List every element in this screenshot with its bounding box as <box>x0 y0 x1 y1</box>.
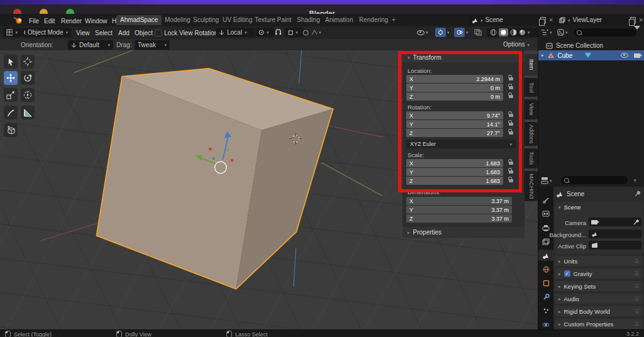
dimensions-y-field[interactable]: Y 3.37 m <box>406 206 512 214</box>
object-type-visibility-selector[interactable]: ▾ <box>417 28 428 37</box>
hide-in-viewport-toggle[interactable] <box>621 53 628 58</box>
transform-orientation-selector[interactable]: Local ▾ <box>216 28 255 37</box>
expand-arrow-icon[interactable]: ▸ <box>541 53 544 58</box>
lock-rotation-y-button[interactable] <box>507 120 514 128</box>
sidebar-tab-tools[interactable]: Tools <box>525 148 538 168</box>
tool-annotate[interactable] <box>4 106 18 119</box>
workspace-tab-sculpting[interactable]: Sculpting <box>189 15 223 25</box>
properties-search-input[interactable] <box>561 176 628 184</box>
outliner-filter-button[interactable] <box>634 30 640 41</box>
shading-rendered-icon[interactable] <box>519 29 526 36</box>
scene-panel-header[interactable]: ▾ Scene <box>555 202 643 212</box>
pin-icon[interactable] <box>634 191 641 197</box>
tool-transform[interactable] <box>21 88 35 102</box>
lock-rotation-z-button[interactable] <box>507 129 514 137</box>
lock-location-y-button[interactable] <box>507 84 514 92</box>
menu-add[interactable]: Add <box>118 30 130 36</box>
lock-scale-x-button[interactable] <box>507 159 514 167</box>
tool-measure[interactable] <box>21 106 35 119</box>
rotation-mode-dropdown[interactable]: XYZ Euler ▾ <box>406 140 516 148</box>
drag-action-selector[interactable]: Tweak ▾ <box>135 40 170 50</box>
new-scene-button[interactable] <box>540 17 546 24</box>
scene-selector[interactable]: ▾ Scene ✕ <box>469 15 557 25</box>
rotation-z-field[interactable]: Z 27.7° <box>406 129 503 137</box>
transform-panel-header[interactable]: ▾ Transform <box>402 52 525 62</box>
lock-scale-z-button[interactable] <box>507 177 514 185</box>
tool-move[interactable] <box>4 71 18 85</box>
mode-selector[interactable]: Object Mode ▾ <box>21 28 71 37</box>
options-dropdown[interactable]: Options ▾ <box>503 41 530 48</box>
lock-rotation-x-button[interactable] <box>507 111 514 119</box>
menu-select[interactable]: Select <box>95 30 113 36</box>
properties-editor-type-selector[interactable]: ▾ <box>541 177 552 184</box>
dimensions-z-field[interactable]: Z 3.37 m <box>406 214 512 223</box>
blender-logo-icon[interactable] <box>14 16 23 24</box>
location-y-field[interactable]: Y 0 m <box>406 84 503 92</box>
gizmo-plane-handle[interactable] <box>213 157 214 159</box>
remove-view-layer-button[interactable]: ✕ <box>638 17 643 23</box>
menu-window[interactable]: Window <box>85 18 108 25</box>
view-layer-selector[interactable]: ▾ ViewLayer ✕ <box>556 15 644 25</box>
show-gizmo-toggle[interactable]: ▾ <box>435 28 450 37</box>
dimensions-x-field[interactable]: X 3.37 m <box>406 197 512 205</box>
rotation-x-field[interactable]: X 9.74° <box>406 111 503 119</box>
new-view-layer-button[interactable] <box>630 17 636 24</box>
tool-cursor[interactable] <box>21 55 35 69</box>
location-x-field[interactable]: X 2.2944 m <box>406 75 503 83</box>
properties-tab-particles[interactable] <box>540 305 552 316</box>
workspace-tab-ahmadspace[interactable]: AhmadSpace <box>116 15 162 25</box>
lock-view-rotation-checkbox[interactable] <box>155 30 162 36</box>
panel-custom-properties[interactable]: ▸ Custom Properties ☰ <box>555 319 643 329</box>
properties-tab-physics[interactable] <box>540 319 552 330</box>
properties-tab-scene[interactable] <box>538 250 553 261</box>
sidebar-tab-addons[interactable]: Addons <box>525 122 538 146</box>
add-workspace-button[interactable]: + <box>388 15 399 25</box>
shading-wireframe-icon[interactable] <box>490 29 497 36</box>
properties-tab-modifiers[interactable] <box>540 291 552 302</box>
gravity-checkbox[interactable]: ✓ <box>564 270 570 277</box>
panel-rigid-body-world[interactable]: ▸ Rigid Body World ☰ <box>555 306 643 316</box>
scale-x-field[interactable]: X 1.683 <box>406 159 503 167</box>
scale-y-field[interactable]: Y 1.683 <box>406 168 503 176</box>
workspace-tab-animation[interactable]: Animation <box>321 15 357 25</box>
properties-tab-world[interactable] <box>540 263 552 275</box>
menu-file[interactable]: File <box>29 18 39 25</box>
sidebar-tab-machin3[interactable]: MACHIN3 <box>525 171 538 201</box>
tool-add-cube[interactable] <box>4 123 18 137</box>
snap-toggle[interactable] <box>275 28 282 37</box>
pivot-point-selector[interactable]: ▾ <box>255 28 274 37</box>
drag-orientation-selector[interactable]: Default ▾ <box>68 40 113 50</box>
outliner-row-cube[interactable]: ▸ Cube <box>538 50 644 60</box>
sidebar-tab-tool[interactable]: Tool <box>525 78 538 97</box>
scale-z-field[interactable]: Z 1.683 <box>406 177 503 185</box>
properties-tab-object[interactable] <box>540 277 552 289</box>
menu-render[interactable]: Render <box>61 18 82 25</box>
properties-subpanel-header[interactable]: ▸ Properties <box>402 227 525 237</box>
workspace-tab-rendering[interactable]: Rendering <box>355 15 392 25</box>
lock-location-x-button[interactable] <box>507 75 514 83</box>
proportional-editing-toggle[interactable] <box>303 28 309 37</box>
snap-target-selector[interactable]: ▾ <box>285 28 304 37</box>
menu-object[interactable]: Object <box>135 30 153 36</box>
panel-audio[interactable]: ▸ Audio ☰ <box>555 294 643 304</box>
properties-tab-tool[interactable] <box>540 194 552 206</box>
outliner-filter-mode-selector[interactable]: ▾ <box>557 29 568 36</box>
outliner-row-scene-collection[interactable]: Scene Collection <box>538 40 644 50</box>
gizmo-plane-handle[interactable] <box>231 159 233 162</box>
properties-tab-render[interactable] <box>540 208 552 219</box>
xray-toggle[interactable] <box>474 28 482 37</box>
unlink-scene-button[interactable]: ✕ <box>548 17 553 23</box>
workspace-tab-texture-paint[interactable]: Texture Paint <box>251 15 295 25</box>
tool-rotate[interactable] <box>21 71 35 85</box>
tool-scale[interactable] <box>4 88 18 102</box>
shading-solid-button[interactable] <box>499 28 508 36</box>
rotation-y-field[interactable]: Y 14.1° <box>406 120 503 128</box>
camera-field[interactable] <box>589 218 641 226</box>
tool-tweak-select[interactable] <box>4 55 18 69</box>
panel-units[interactable]: ▸ Units ☰ <box>555 256 643 266</box>
panel-gravity[interactable]: ▸ ✓ Gravity ☰ <box>555 268 643 279</box>
eyedropper-icon[interactable] <box>633 219 639 225</box>
shading-material-icon[interactable] <box>510 29 517 36</box>
active-clip-field[interactable] <box>589 241 641 250</box>
menu-view[interactable]: View <box>76 30 90 36</box>
